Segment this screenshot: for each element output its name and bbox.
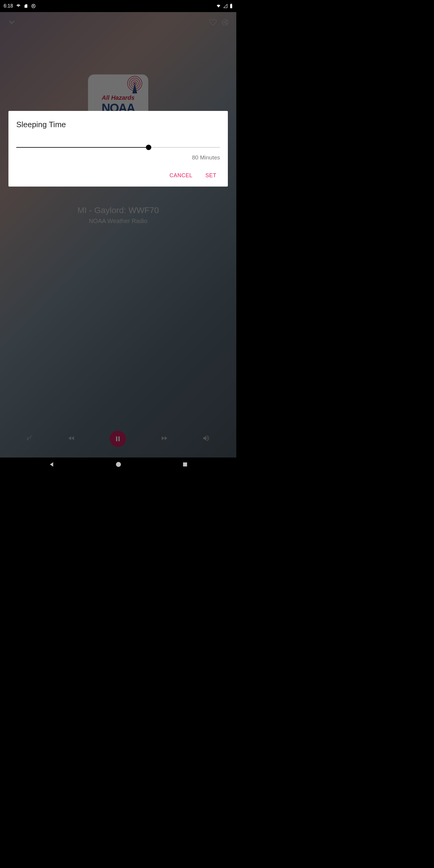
broadcast-icon <box>16 4 21 8</box>
svg-rect-21 <box>183 462 187 466</box>
battery-icon <box>230 4 233 8</box>
status-bar: 6:18 <box>0 0 236 12</box>
set-button[interactable]: SET <box>204 170 218 181</box>
svg-point-0 <box>18 5 19 7</box>
slider-thumb[interactable] <box>146 145 151 150</box>
nav-bar <box>0 458 236 472</box>
nav-back-icon[interactable] <box>48 461 55 469</box>
sleeping-time-dialog: Sleeping Time 80 Minutes CANCEL SET <box>8 111 228 187</box>
dialog-buttons: CANCEL SET <box>16 170 220 181</box>
wifi-icon <box>216 4 221 8</box>
status-right <box>216 4 233 8</box>
cancel-button[interactable]: CANCEL <box>168 170 193 181</box>
slider-fill <box>16 147 149 148</box>
dialog-title: Sleeping Time <box>16 120 220 129</box>
status-time: 6:18 <box>4 3 13 9</box>
sd-card-icon <box>24 4 28 8</box>
svg-rect-2 <box>230 4 232 8</box>
svg-point-20 <box>116 462 121 467</box>
app-content: All Hazards NOAA MI - Gaylord: WWF70 NOA… <box>0 12 236 458</box>
svg-rect-3 <box>231 4 232 4</box>
no-sync-icon <box>31 4 36 8</box>
status-left: 6:18 <box>4 3 36 9</box>
duration-slider[interactable] <box>16 143 220 152</box>
slider-value-label: 80 Minutes <box>16 154 220 161</box>
nav-recent-icon[interactable] <box>182 461 188 469</box>
signal-icon <box>223 4 228 8</box>
dialog-overlay[interactable] <box>0 12 236 458</box>
nav-home-icon[interactable] <box>115 461 122 469</box>
